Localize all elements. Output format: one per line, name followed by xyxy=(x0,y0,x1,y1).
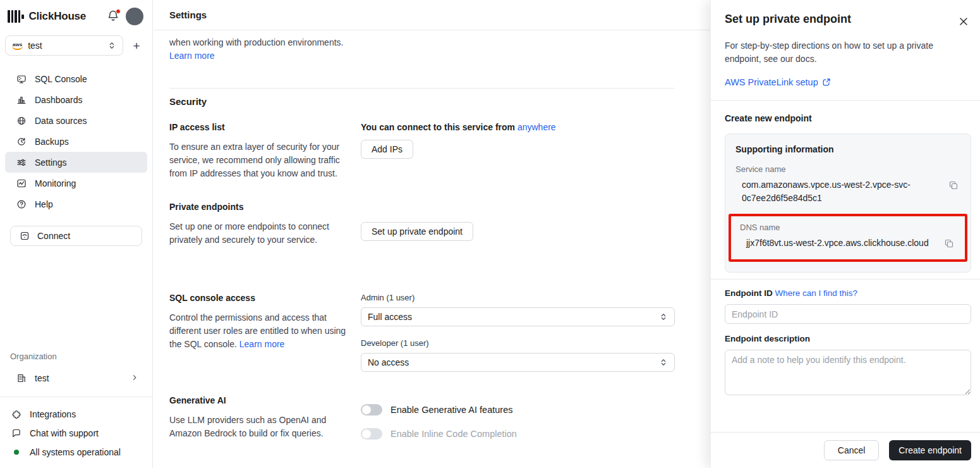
intro-text: when working with production environment… xyxy=(169,36,359,63)
private-endpoints-description: Set up one or more endpoints to connect … xyxy=(169,220,348,247)
generative-ai-toggle[interactable] xyxy=(361,404,382,416)
copy-icon[interactable] xyxy=(942,237,956,250)
private-endpoints-section: Private endpoints Set up one or more end… xyxy=(169,202,675,247)
brand-name: ClickHouse xyxy=(29,10,87,23)
sidebar-item-help[interactable]: Help xyxy=(5,194,147,214)
connect-button[interactable]: Connect xyxy=(10,226,142,246)
sidebar: ClickHouse aws test + xyxy=(0,0,153,468)
where-find-link[interactable]: Where can I find this? xyxy=(775,288,858,298)
dns-name-label: DNS name xyxy=(740,223,956,232)
sidebar-item-label: Help xyxy=(35,199,53,209)
add-ips-button[interactable]: Add IPs xyxy=(361,140,413,159)
sidebar-item-label: Dashboards xyxy=(35,95,83,105)
page-title: Settings xyxy=(169,9,207,20)
chevron-updown-icon xyxy=(107,41,116,50)
intro-learn-more-link[interactable]: Learn more xyxy=(169,51,215,61)
chat-support-item[interactable]: Chat with support xyxy=(0,424,152,443)
main-header: Settings xyxy=(154,0,710,30)
close-icon[interactable] xyxy=(956,14,971,29)
inline-code-toggle-row: Enable Inline Code Completion xyxy=(361,428,675,440)
aws-privatelink-setup-link[interactable]: AWS PrivateLink setup xyxy=(725,77,980,87)
setup-private-endpoint-panel: Set up private endpoint For step-by-step… xyxy=(710,0,980,468)
sidebar-item-settings[interactable]: Settings xyxy=(5,152,147,173)
copy-icon[interactable] xyxy=(947,178,960,192)
sidebar-footer: Integrations Chat with support All syste… xyxy=(0,397,152,468)
panel-description: For step-by-step directions on how to se… xyxy=(725,39,946,66)
generative-ai-section: Generative AI Use LLM providers such as … xyxy=(169,395,675,440)
setup-private-endpoint-button[interactable]: Set up private endpoint xyxy=(361,222,473,241)
sidebar-item-sql-console[interactable]: SQL Console xyxy=(5,68,147,89)
brand-row: ClickHouse xyxy=(0,0,152,32)
integrations-label: Integrations xyxy=(30,409,76,419)
inline-code-completion-toggle[interactable] xyxy=(361,428,382,440)
sidebar-item-monitoring[interactable]: Monitoring xyxy=(5,173,147,194)
generative-ai-title: Generative AI xyxy=(169,395,361,405)
panel-header: Set up private endpoint xyxy=(711,0,980,29)
panel-body: Create new endpoint Supporting informati… xyxy=(711,101,980,279)
sidebar-item-data-sources[interactable]: Data sources xyxy=(5,110,147,131)
sidebar-item-dashboards[interactable]: Dashboards xyxy=(5,89,147,110)
panel-form: Endpoint ID Where can I find this? Endpo… xyxy=(711,280,980,409)
sidebar-item-label: Settings xyxy=(35,157,67,168)
service-selector[interactable]: aws test xyxy=(5,35,123,56)
chevron-updown-icon xyxy=(659,312,668,321)
integrations-item[interactable]: Integrations xyxy=(0,405,152,424)
dns-name-value: jjx7f6t8vt.us-west-2.vpce.aws.clickhouse… xyxy=(746,237,937,250)
organization-item[interactable]: test xyxy=(5,367,147,389)
sidebar-item-label: Data sources xyxy=(35,116,87,126)
system-status-item[interactable]: All systems operational xyxy=(0,443,152,462)
ip-access-status: You can connect to this service from any… xyxy=(361,122,675,132)
notifications-bell-icon[interactable] xyxy=(107,9,121,23)
panel-footer: Cancel Create endpoint xyxy=(711,432,980,468)
create-endpoint-button[interactable]: Create endpoint xyxy=(889,440,971,460)
chat-icon xyxy=(11,428,21,438)
admin-access-select[interactable]: Full access xyxy=(361,307,675,326)
sql-console-access-title: SQL console access xyxy=(169,293,361,303)
sidebar-item-backups[interactable]: Backups xyxy=(5,131,147,152)
monitoring-icon xyxy=(16,178,27,188)
sidebar-bottom: Organization test Integrations Chat with… xyxy=(0,352,152,468)
organization-label: Organization xyxy=(0,352,152,361)
supporting-information-box: Supporting information Service name com.… xyxy=(725,133,971,273)
endpoint-description-textarea[interactable] xyxy=(725,350,971,395)
app-root: ClickHouse aws test + xyxy=(0,0,980,468)
notification-dot xyxy=(116,9,121,14)
cancel-button[interactable]: Cancel xyxy=(824,440,880,460)
sql-console-access-description: Control the permissions and access that … xyxy=(169,311,348,351)
avatar[interactable] xyxy=(126,8,143,25)
system-status-label: All systems operational xyxy=(30,447,121,457)
sidebar-item-label: Backups xyxy=(35,137,69,147)
sidebar-item-label: Monitoring xyxy=(35,178,76,188)
developer-access-value: No access xyxy=(368,357,409,367)
security-heading: Security xyxy=(169,96,675,107)
service-row: aws test + xyxy=(0,32,152,58)
endpoint-id-label-row: Endpoint ID Where can I find this? xyxy=(725,288,971,298)
endpoint-id-input[interactable] xyxy=(725,304,971,324)
integrations-icon xyxy=(11,409,21,419)
developer-access-select[interactable]: No access xyxy=(361,353,675,372)
generative-ai-description: Use LLM providers such as OpenAI and Ama… xyxy=(169,414,348,440)
private-endpoints-title: Private endpoints xyxy=(169,202,361,212)
generative-ai-toggle-row: Enable Generative AI features xyxy=(361,404,675,416)
add-service-button[interactable]: + xyxy=(130,40,143,52)
sql-access-learn-more-link[interactable]: Learn more xyxy=(239,339,285,349)
developer-role-label: Developer (1 user) xyxy=(361,338,675,348)
chat-support-label: Chat with support xyxy=(30,428,99,438)
service-name-label: Service name xyxy=(735,164,960,174)
clickhouse-logo-icon xyxy=(8,9,24,23)
backups-icon xyxy=(16,137,27,147)
dns-name-row: jjx7f6t8vt.us-west-2.vpce.aws.clickhouse… xyxy=(740,237,956,250)
aws-provider-icon: aws xyxy=(12,42,23,50)
service-name-row: com.amazonaws.vpce.us-west-2.vpce-svc-0c… xyxy=(735,178,960,205)
organization-icon xyxy=(16,373,27,383)
anywhere-link[interactable]: anywhere xyxy=(517,122,556,132)
dns-highlight-box: DNS name jjx7f6t8vt.us-west-2.vpce.aws.c… xyxy=(729,214,967,262)
generative-ai-toggle-label: Enable Generative AI features xyxy=(390,405,512,415)
connect-icon xyxy=(20,231,30,241)
admin-access-value: Full access xyxy=(368,312,412,322)
data-sources-icon xyxy=(16,116,27,126)
inline-code-toggle-label: Enable Inline Code Completion xyxy=(390,429,517,439)
sidebar-nav: SQL Console Dashboards Data sources Back… xyxy=(0,68,152,214)
external-link-icon xyxy=(822,78,831,87)
ip-access-section: IP access list To ensure an extra layer … xyxy=(169,122,675,180)
